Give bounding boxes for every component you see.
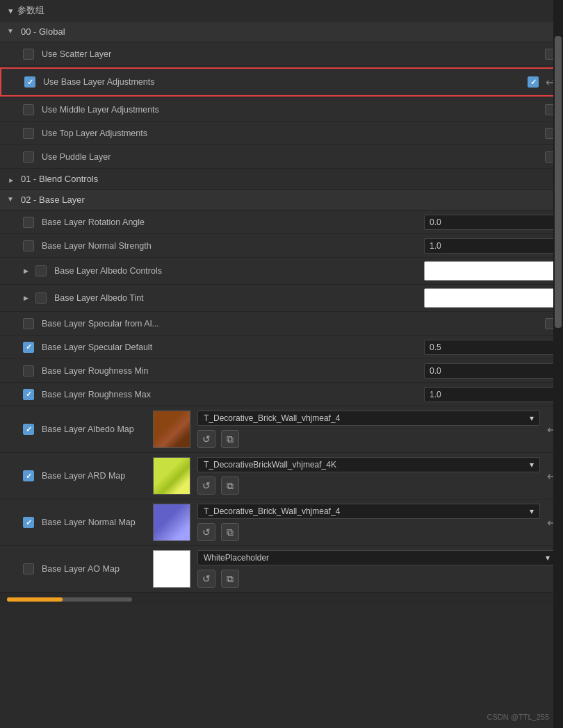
checkbox-base-normal-strength[interactable] [23,240,34,251]
row-base-ao-map: Base Layer AO Map WhitePlaceholder ▾ ↺ ⧉ [0,546,563,593]
row-base-roughness-max: Base Layer Roughness Max [0,383,563,406]
top-bar: ▾ 参数组 [0,0,563,22]
global-label: 00 - Global [21,26,65,37]
input-base-roughness-max[interactable] [424,387,556,402]
dropdown-base-albedo-map[interactable]: T_Decorative_Brick_Wall_vhjmeaf_4 ▾ [197,411,540,426]
expand-albedo-tint[interactable]: ▶ [21,295,31,301]
checkbox-base-albedo-tint[interactable] [35,292,47,304]
label-base-ao-map: Base Layer AO Map [42,564,153,574]
checkbox-use-middle-layer-adj[interactable] [23,104,34,115]
row-use-base-layer-adj: Use Base Layer Adjustments ↩ [1,69,562,95]
dropdown-base-ao-map[interactable]: WhitePlaceholder ▾ [197,550,556,565]
thumb-base-normal-map [153,504,190,541]
blend-label: 01 - Blend Controls [21,174,98,184]
row-base-specular-from-al: Base Layer Specular from Al... [0,312,563,336]
section-base[interactable]: ▼ 02 - Base Layer [0,190,563,210]
copy-base-albedo-map[interactable]: ⧉ [221,430,239,448]
input-base-albedo-tint[interactable] [424,288,556,308]
checkbox-base-ard-map[interactable] [23,470,34,481]
label-base-albedo-controls: Base Layer Albedo Controls [54,266,424,276]
label-use-puddle-layer: Use Puddle Layer [42,152,545,162]
blend-arrow: ▼ [7,174,17,184]
row-base-rotation-angle: Base Layer Rotation Angle [0,210,563,234]
row-use-puddle-layer: Use Puddle Layer [0,145,563,169]
checkbox-base-roughness-max[interactable] [23,389,34,400]
checkbox-base-roughness-min[interactable] [23,365,34,377]
row-base-albedo-map: Base Layer Albedo Map T_Decorative_Brick… [0,406,563,453]
row-use-top-layer-adj: Use Top Layer Adjustments [0,122,563,145]
expand-albedo-controls[interactable]: ▶ [21,267,31,274]
input-base-roughness-min[interactable] [424,363,556,379]
copy-base-ao-map[interactable]: ⧉ [221,570,239,588]
row-base-normal-strength: Base Layer Normal Strength [0,234,563,258]
label-base-roughness-max: Base Layer Roughness Max [42,390,424,399]
checkbox-use-puddle-layer[interactable] [23,151,34,163]
section-blend[interactable]: ▼ 01 - Blend Controls [0,169,563,190]
label-base-ard-map: Base Layer ARD Map [42,471,153,481]
checkbox-base-specular-default[interactable] [23,342,34,353]
input-base-normal-strength[interactable] [424,238,556,254]
top-bar-icon: ▾ [8,6,13,16]
input-base-rotation-angle[interactable] [424,215,556,230]
dropdown-arrow-base-normal-map: ▾ [530,506,534,516]
base-label: 02 - Base Layer [21,195,85,205]
checkbox-use-scatter-layer[interactable] [23,49,34,60]
label-base-normal-map: Base Layer Normal Map [42,518,153,527]
label-base-rotation-angle: Base Layer Rotation Angle [42,217,424,227]
dropdown-base-ard-map[interactable]: T_DecorativeBrickWall_vhjmeaf_4K ▾ [197,457,540,472]
label-base-specular-from-al: Base Layer Specular from Al... [42,319,545,329]
dropdown-text-base-ao-map: WhitePlaceholder [204,553,269,563]
label-use-top-layer-adj: Use Top Layer Adjustments [42,129,545,138]
checkbox-base-albedo-map[interactable] [23,424,34,435]
checkbox-base-albedo-controls[interactable] [35,265,47,276]
checkbox-base-normal-map[interactable] [23,517,34,528]
row-use-scatter-layer: Use Scatter Layer [0,42,563,66]
refresh-base-normal-map[interactable]: ↺ [197,523,215,541]
thumb-base-ard-map [153,457,190,495]
checkbox2-use-base-layer-adj[interactable] [528,76,539,88]
row-base-ard-map: Base Layer ARD Map T_DecorativeBrickWall… [0,453,563,499]
thumb-base-ao-map [153,550,190,588]
refresh-base-ao-map[interactable]: ↺ [197,570,215,588]
label-base-normal-strength: Base Layer Normal Strength [42,241,424,251]
scrollbar[interactable] [553,0,563,728]
dropdown-arrow-base-ao-map: ▾ [546,553,550,563]
label-use-middle-layer-adj: Use Middle Layer Adjustments [42,105,545,115]
base-arrow: ▼ [7,195,17,205]
dropdown-base-normal-map[interactable]: T_Decorative_Brick_Wall_vhjmeaf_4 ▾ [197,504,540,519]
thumb-base-albedo-map [153,411,190,448]
dropdown-text-base-normal-map: T_Decorative_Brick_Wall_vhjmeaf_4 [204,506,340,516]
dropdown-arrow-base-albedo-map: ▾ [530,413,534,423]
copy-base-ard-map[interactable]: ⧉ [221,477,239,495]
scrollbar-thumb[interactable] [555,36,562,327]
top-bar-label: 参数组 [17,4,44,17]
input-base-albedo-controls[interactable] [424,261,556,281]
label-base-albedo-map: Base Layer Albedo Map [42,424,153,434]
refresh-base-albedo-map[interactable]: ↺ [197,430,215,448]
checkbox-base-ao-map[interactable] [23,563,34,574]
row-base-albedo-tint: ▶ Base Layer Albedo Tint [0,285,563,312]
label-base-roughness-min: Base Layer Roughness Min [42,366,424,376]
row-base-roughness-min: Base Layer Roughness Min [0,359,563,383]
row-base-normal-map: Base Layer Normal Map T_Decorative_Brick… [0,499,563,546]
label-base-albedo-tint: Base Layer Albedo Tint [54,293,424,303]
row-use-middle-layer-adj: Use Middle Layer Adjustments [0,98,563,122]
checkbox-use-top-layer-adj[interactable] [23,128,34,139]
dropdown-arrow-base-ard-map: ▾ [530,460,534,470]
global-arrow: ▼ [7,27,17,37]
label-use-scatter-layer: Use Scatter Layer [42,49,545,59]
input-base-specular-default[interactable] [424,340,556,355]
copy-base-normal-map[interactable]: ⧉ [221,523,239,541]
refresh-base-ard-map[interactable]: ↺ [197,477,215,495]
dropdown-text-base-ard-map: T_DecorativeBrickWall_vhjmeaf_4K [204,460,336,470]
watermark: CSDN @TTL_255 [487,713,549,721]
dropdown-text-base-albedo-map: T_Decorative_Brick_Wall_vhjmeaf_4 [204,413,340,423]
checkbox-base-rotation-angle[interactable] [23,217,34,228]
checkbox-use-base-layer-adj[interactable] [24,76,35,88]
checkbox-base-specular-from-al[interactable] [23,318,34,329]
label-base-specular-default: Base Layer Specular Default [42,342,424,352]
row-base-specular-default: Base Layer Specular Default [0,336,563,359]
row-base-albedo-controls: ▶ Base Layer Albedo Controls [0,258,563,285]
label-use-base-layer-adj: Use Base Layer Adjustments [43,77,528,87]
section-global[interactable]: ▼ 00 - Global [0,22,563,42]
